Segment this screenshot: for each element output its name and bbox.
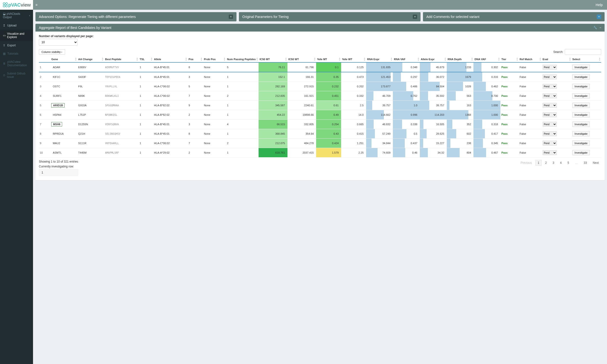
help-link[interactable]: Help — [595, 3, 603, 7]
investigate-button[interactable]: Investigate — [572, 122, 590, 127]
investigate-button[interactable]: Investigate — [572, 74, 590, 80]
logo[interactable]: pVACview — [0, 0, 33, 10]
sidebar-toggle[interactable]: ≡ — [33, 0, 40, 10]
pctile-wt: 2.25 — [341, 148, 366, 157]
investigate-button[interactable]: Investigate — [572, 103, 590, 108]
metric-cell: 39.757 — [366, 101, 393, 110]
eval-select[interactable]: Pend — [543, 65, 557, 70]
column-header[interactable]: DNA VAF▲▼ — [474, 56, 501, 62]
investigate-button[interactable]: Investigate — [572, 141, 590, 146]
ref-match: False — [519, 82, 542, 91]
eval-cell: Pend — [542, 62, 572, 72]
best-peptide: VENYSQNVA — [104, 120, 139, 129]
pager-page[interactable]: 2 — [543, 160, 549, 166]
sidebar-item-submit-github-issue[interactable]: ⊙Submit Github Issue — [0, 69, 33, 81]
sidebar-item-pvacview-documentation[interactable]: 🗎pVACview Documentation — [0, 58, 33, 69]
sidebar-group-output[interactable]: ⬓ pVACtools Output ‹ — [0, 10, 33, 21]
tsl: 1 — [139, 120, 153, 129]
investigate-button[interactable]: Investigate — [572, 131, 590, 136]
ref-match: False — [519, 139, 542, 148]
pager-page[interactable]: 4 — [558, 160, 564, 166]
search-input[interactable] — [565, 49, 601, 55]
eval-select[interactable]: Pend — [543, 150, 557, 155]
pager-page[interactable]: 33 — [581, 160, 589, 166]
tsl: 1 — [139, 148, 153, 157]
metric-cell: 368.845 — [259, 129, 288, 139]
gene-cell: KIF1C — [50, 72, 77, 82]
tier: Pass — [501, 72, 519, 82]
column-header[interactable]: Num Passing Peptides▲▼ — [226, 56, 259, 62]
column-header[interactable]: Prob Pos▲▼ — [203, 56, 226, 62]
column-header[interactable]: Tier▲▼ — [501, 56, 519, 62]
column-header[interactable]: Pos▲▼ — [188, 56, 203, 62]
panel-original-params[interactable]: Original Parameters for Tiering+ — [239, 12, 421, 21]
tsl: 1 — [139, 72, 153, 82]
column-header[interactable]: Allele Expr▲▼ — [420, 56, 447, 62]
investigate-button[interactable]: Investigate — [572, 65, 590, 70]
investigate-button[interactable]: Investigate — [572, 150, 590, 155]
column-header[interactable]: Allele▲▼ — [153, 56, 187, 62]
select-cell: Investigate — [571, 72, 601, 82]
eval-select[interactable]: Pend — [543, 141, 557, 146]
minimize-icon[interactable]: − — [599, 26, 601, 29]
eval-select[interactable]: Pend — [543, 84, 557, 89]
eval-select[interactable]: Pend — [543, 131, 557, 136]
column-header[interactable]: RNA Depth▲▼ — [447, 56, 474, 62]
column-header[interactable]: IC50 WT▲▼ — [288, 56, 316, 62]
column-header[interactable]: TSL▲▼ — [139, 56, 153, 62]
pager-page[interactable]: 3 — [550, 160, 557, 166]
column-header[interactable]: Best Peptide▲▼ — [104, 56, 139, 62]
investigate-button[interactable]: Investigate — [572, 112, 590, 117]
column-header[interactable]: Gene▲▼ — [50, 56, 77, 62]
table-row[interactable]: 2KIF1CS433FTEFQIGPEEA1HLA-B*45:013None11… — [39, 72, 601, 82]
sidebar-item-tutorials[interactable]: ▦Tutorials — [0, 50, 33, 58]
eval-select[interactable]: Pend — [543, 93, 557, 98]
column-header[interactable]: IC50 MT▲▼ — [259, 56, 288, 62]
investigate-button[interactable]: Investigate — [572, 84, 590, 89]
metric-cell: 1.000 — [474, 101, 501, 110]
table-row[interactable]: 3OSTCF9LYRVPLLVL1HLA-C*06:025None1282.16… — [39, 82, 601, 91]
sidebar-item-export[interactable]: ⇪Export — [0, 41, 33, 50]
table-row[interactable]: 10ASMTLT445MAMAFMLSRF1HLA-A*29:022None16… — [39, 148, 601, 157]
pos: 3 — [188, 72, 203, 82]
metric-cell: 1.000 — [474, 110, 501, 120]
pager-page[interactable]: 5 — [565, 160, 572, 166]
eval-select[interactable]: Pend — [543, 103, 557, 108]
column-header[interactable]: Ref Match▲▼ — [519, 56, 542, 62]
metric-cell: 0.417 — [474, 129, 501, 139]
panel-add-comments[interactable]: Add Comments for selected variant+ — [423, 12, 605, 21]
column-header[interactable]: %ile WT▲▼ — [341, 56, 366, 62]
table-row[interactable]: 8RPRD1AQ21HSELSNSQHSV1HLA-B*45:018None13… — [39, 129, 601, 139]
eval-select[interactable]: Pend — [543, 75, 557, 79]
column-header[interactable]: %ile MT▲▼ — [316, 56, 341, 62]
table-row[interactable]: 5ARID1BG910ASPGGQMHAA1HLA-B*82:029None13… — [39, 101, 601, 110]
nav-icon: ▦ — [3, 52, 6, 55]
column-header[interactable]: RNA Expr▲▼ — [366, 56, 393, 62]
pctile-wt: 1.251 — [341, 139, 366, 148]
wrench-icon[interactable]: 🔧 — [594, 26, 597, 29]
table-row[interactable]: 9MAU2S111RVKFEAARLL1HLA-C*06:027None2212… — [39, 139, 601, 148]
investigate-button[interactable]: Investigate — [572, 93, 590, 99]
gene-cell: MSH6 — [50, 120, 77, 129]
gene-cell: RPRD1A — [50, 129, 77, 139]
eval-select[interactable]: Pend — [543, 112, 557, 117]
table-row[interactable]: 7MSH6D1255NVENYSQNVA1HLA-B*45:013None466… — [39, 120, 601, 129]
column-header[interactable]: AA Change▲▼ — [77, 56, 104, 62]
column-header[interactable]: Select▲▼ — [571, 56, 601, 62]
table-row[interactable]: 4SURF1N89KRRKWKLKLI1HLA-C*06:027None2212… — [39, 91, 601, 101]
sidebar-item-visualize-and-explore[interactable]: ▭Visualize and Explore — [0, 30, 33, 41]
table-row[interactable]: 6HSPA4L751PNPQNKQSL1HLA-B*82:022None1454… — [39, 110, 601, 120]
prob-pos: None — [203, 91, 226, 101]
eval-select[interactable]: Pend — [543, 122, 557, 127]
column-visibility-button[interactable]: Column visibility — [39, 49, 65, 55]
sidebar-item-upload[interactable]: ↥Upload — [0, 21, 33, 30]
column-header[interactable]: Eval▲▼ — [542, 56, 572, 62]
panel-advanced-options[interactable]: Advanced Options: Regenerate Tiering wit… — [35, 12, 237, 21]
table-row[interactable]: 1ADARE806VAERMGFTVV1HLA-B*45:018None576.… — [39, 62, 601, 72]
perpage-select[interactable]: 10 — [39, 39, 78, 46]
tsl: 1 — [139, 101, 153, 110]
prob-pos: None — [203, 148, 226, 157]
column-header[interactable]: RNA VAF▲▼ — [393, 56, 420, 62]
pager-next[interactable]: Next — [590, 160, 601, 166]
pager-page[interactable]: 1 — [535, 160, 542, 166]
